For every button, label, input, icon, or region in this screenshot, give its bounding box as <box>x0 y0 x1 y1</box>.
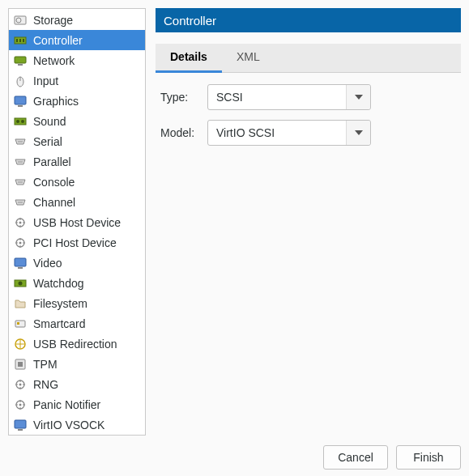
type-row: Type: SCSI <box>160 84 456 110</box>
svg-rect-40 <box>18 267 23 269</box>
sidebar-item-label: Video <box>33 257 62 270</box>
parallel-icon <box>14 155 27 168</box>
svg-point-25 <box>19 202 21 203</box>
type-combo[interactable]: SCSI <box>207 84 371 110</box>
sidebar-item-watchdog[interactable]: Watchdog <box>9 273 145 293</box>
model-label: Model: <box>160 126 199 139</box>
sidebar-item-label: Graphics <box>33 95 79 108</box>
details-form: Type: SCSI Model: VirtIO SCSI <box>156 73 461 436</box>
sidebar-item-label: Smartcard <box>33 317 86 330</box>
panic-icon <box>14 398 27 411</box>
serial-icon <box>14 135 27 148</box>
vsock-icon <box>14 419 27 431</box>
svg-point-28 <box>19 221 22 223</box>
sidebar-item-channel[interactable]: Channel <box>9 192 145 212</box>
hardware-type-list[interactable]: StorageControllerNetworkInputGraphicsSou… <box>8 8 146 436</box>
sidebar-item-video[interactable]: Video <box>9 253 145 273</box>
svg-rect-44 <box>17 322 19 325</box>
sidebar-item-label: Storage <box>33 14 73 27</box>
video-icon <box>14 257 27 270</box>
sidebar-item-virtio-vsock[interactable]: VirtIO VSOCK <box>9 414 145 435</box>
svg-rect-43 <box>15 321 25 327</box>
chevron-down-icon <box>346 121 370 145</box>
svg-rect-6 <box>15 57 26 63</box>
pci-icon <box>14 236 27 249</box>
sidebar-item-network[interactable]: Network <box>9 50 145 70</box>
sidebar-item-usb-host-device[interactable]: USB Host Device <box>9 212 145 232</box>
svg-point-23 <box>21 181 23 183</box>
sidebar-item-pci-host-device[interactable]: PCI Host Device <box>9 232 145 253</box>
sidebar-item-label: RNG <box>33 378 58 391</box>
svg-rect-5 <box>23 39 24 42</box>
tab-xml[interactable]: XML <box>222 44 275 72</box>
panel-title-text: Controller <box>164 14 216 28</box>
sidebar-item-label: VirtIO VSOCK <box>33 419 104 431</box>
sidebar-item-filesystem[interactable]: Filesystem <box>9 293 145 313</box>
sidebar-item-graphics[interactable]: Graphics <box>9 91 145 111</box>
sidebar-item-serial[interactable]: Serial <box>9 131 145 151</box>
model-value: VirtIO SCSI <box>208 121 346 145</box>
sidebar-item-label: Filesystem <box>33 297 87 310</box>
svg-point-19 <box>19 161 21 163</box>
tpm-icon <box>14 358 27 371</box>
storage-icon <box>14 14 27 27</box>
usb-icon <box>14 216 27 229</box>
svg-point-22 <box>19 181 21 183</box>
model-combo[interactable]: VirtIO SCSI <box>207 120 371 146</box>
sidebar-item-panic-notifier[interactable]: Panic Notifier <box>9 394 145 414</box>
content-panel: Controller DetailsXML Type: SCSI Model: <box>156 8 461 436</box>
svg-point-57 <box>19 403 22 406</box>
dialog-buttons: Cancel Finish <box>8 444 461 470</box>
sidebar-item-label: Network <box>33 54 75 67</box>
sidebar-item-usb-redirection[interactable]: USB Redirection <box>9 334 145 354</box>
sidebar-item-storage[interactable]: Storage <box>9 10 145 30</box>
sidebar-item-label: Watchdog <box>33 277 84 290</box>
type-label: Type: <box>160 91 199 104</box>
type-value: SCSI <box>208 85 346 109</box>
sidebar-item-tpm[interactable]: TPM <box>9 354 145 374</box>
sidebar-item-label: Console <box>33 176 75 189</box>
svg-point-21 <box>18 181 19 183</box>
sidebar-item-label: Sound <box>33 115 66 128</box>
svg-point-26 <box>21 202 23 203</box>
svg-rect-10 <box>15 96 26 104</box>
svg-rect-39 <box>15 258 26 266</box>
svg-rect-3 <box>16 39 18 42</box>
svg-point-51 <box>19 383 22 385</box>
svg-rect-4 <box>19 39 21 42</box>
add-hardware-dialog: StorageControllerNetworkInputGraphicsSou… <box>0 0 469 476</box>
svg-point-42 <box>19 281 23 285</box>
svg-point-18 <box>18 161 19 163</box>
usb-redir-icon <box>14 338 27 351</box>
channel-icon <box>14 196 27 209</box>
graphics-icon <box>14 95 27 108</box>
sidebar-item-sound[interactable]: Sound <box>9 111 145 131</box>
sidebar-item-input[interactable]: Input <box>9 70 145 91</box>
sidebar-item-parallel[interactable]: Parallel <box>9 151 145 172</box>
tab-details[interactable]: Details <box>156 44 222 73</box>
finish-button[interactable]: Finish <box>396 445 461 470</box>
svg-rect-7 <box>18 64 23 66</box>
sidebar-item-console[interactable]: Console <box>9 172 145 192</box>
cancel-button[interactable]: Cancel <box>323 445 388 470</box>
sidebar-item-controller[interactable]: Controller <box>9 30 145 50</box>
svg-point-34 <box>19 241 22 244</box>
svg-point-14 <box>21 120 24 123</box>
svg-rect-11 <box>18 105 23 107</box>
sidebar-item-rng[interactable]: RNG <box>9 374 145 394</box>
network-icon <box>14 54 27 67</box>
sidebar-item-label: Channel <box>33 196 75 209</box>
sidebar-item-smartcard[interactable]: Smartcard <box>9 313 145 334</box>
sidebar-item-label: TPM <box>33 358 58 371</box>
sidebar-item-label: Parallel <box>33 155 71 168</box>
svg-rect-49 <box>18 362 23 367</box>
svg-point-13 <box>16 120 19 123</box>
sidebar-item-label: PCI Host Device <box>33 236 117 249</box>
panel-title: Controller <box>156 8 461 32</box>
svg-point-15 <box>18 141 19 142</box>
sidebar-item-label: Controller <box>33 34 83 47</box>
sidebar-item-label: USB Redirection <box>33 338 117 351</box>
svg-point-17 <box>21 141 23 142</box>
model-row: Model: VirtIO SCSI <box>160 120 456 146</box>
svg-rect-62 <box>15 420 26 428</box>
